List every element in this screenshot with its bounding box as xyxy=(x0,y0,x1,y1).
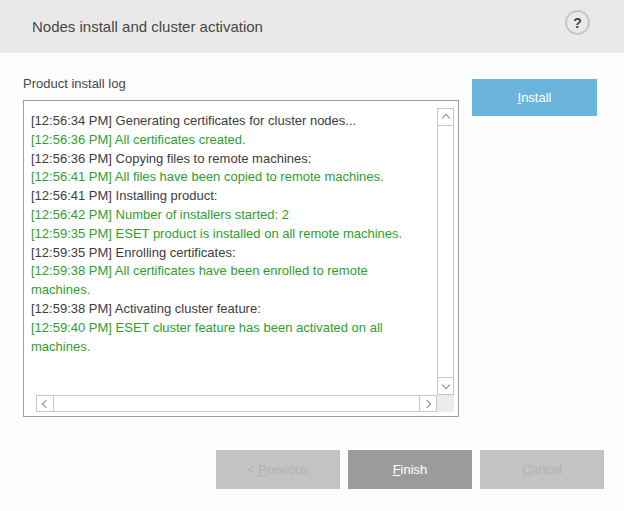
wizard-window: Nodes install and cluster activation ? P… xyxy=(0,0,624,511)
log-lines: [12:56:34 PM] Generating certificates fo… xyxy=(31,112,434,392)
scroll-left-button[interactable] xyxy=(37,396,54,411)
scrollbar-corner xyxy=(437,395,454,412)
log-line: [12:56:41 PM] Installing product: xyxy=(31,187,434,206)
log-line: [12:59:40 PM] ESET cluster feature has b… xyxy=(31,319,434,338)
help-button[interactable]: ? xyxy=(565,10,590,35)
install-button[interactable]: Install xyxy=(472,79,597,116)
log-box: [12:56:34 PM] Generating certificates fo… xyxy=(23,100,459,417)
finish-button[interactable]: Finish xyxy=(348,450,472,489)
chevron-right-icon xyxy=(423,399,431,407)
cancel-button-label: Cancel xyxy=(522,462,562,477)
vertical-scrollbar[interactable] xyxy=(437,108,454,395)
log-line: [12:59:38 PM] All certificates have been… xyxy=(31,262,434,281)
log-line: [12:56:42 PM] Number of installers start… xyxy=(31,206,434,225)
log-line: [12:56:36 PM] All certificates created. xyxy=(31,131,434,150)
chevron-up-icon xyxy=(441,114,449,122)
vertical-scroll-track[interactable] xyxy=(438,126,453,377)
log-line: [12:59:35 PM] Enrolling certificates: xyxy=(31,244,434,263)
log-line: [12:59:35 PM] ESET product is installed … xyxy=(31,225,434,244)
install-button-label: Install xyxy=(518,90,552,105)
question-mark-icon: ? xyxy=(573,15,582,31)
scroll-up-button[interactable] xyxy=(438,109,453,126)
log-line: machines. xyxy=(31,338,434,357)
log-line: [12:59:38 PM] Activating cluster feature… xyxy=(31,300,434,319)
chevron-down-icon xyxy=(441,381,449,389)
product-install-log-label: Product install log xyxy=(23,76,126,91)
previous-button-prefix: < xyxy=(247,462,258,477)
log-line: [12:56:36 PM] Copying files to remote ma… xyxy=(31,150,434,169)
scroll-down-button[interactable] xyxy=(438,377,453,394)
finish-button-label: Finish xyxy=(393,462,428,477)
header-bar: Nodes install and cluster activation ? xyxy=(0,0,624,53)
log-line: [12:56:34 PM] Generating certificates fo… xyxy=(31,112,434,131)
previous-button-label: Previous xyxy=(258,462,309,477)
previous-button[interactable]: < Previous xyxy=(216,450,340,489)
log-line: [12:56:41 PM] All files have been copied… xyxy=(31,168,434,187)
page-title: Nodes install and cluster activation xyxy=(32,0,263,53)
horizontal-scrollbar[interactable] xyxy=(36,395,437,412)
scroll-right-button[interactable] xyxy=(419,396,436,411)
chevron-left-icon xyxy=(42,399,50,407)
horizontal-scroll-track[interactable] xyxy=(54,396,419,411)
cancel-button[interactable]: Cancel xyxy=(480,450,604,489)
log-line: machines. xyxy=(31,281,434,300)
